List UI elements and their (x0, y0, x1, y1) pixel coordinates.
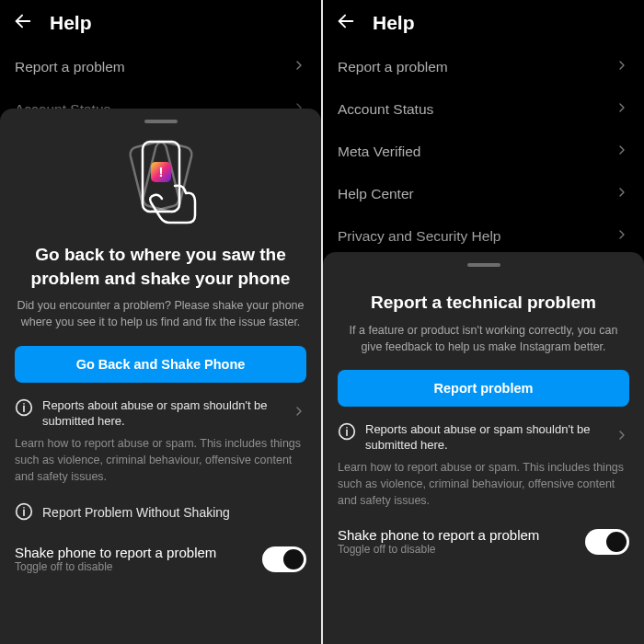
chevron-right-icon (615, 428, 629, 446)
help-item-report-problem[interactable]: Report a problem (15, 46, 306, 88)
help-item-report-problem[interactable]: Report a problem (338, 46, 629, 88)
sheet-title: Report a technical problem (338, 291, 629, 315)
abuse-info-heading: Reports about abuse or spam shouldn't be… (365, 421, 605, 454)
help-item-label: Report a problem (338, 59, 448, 75)
chevron-right-icon (615, 185, 629, 203)
chevron-right-icon (615, 58, 629, 76)
abuse-info-row[interactable]: Reports about abuse or spam shouldn't be… (338, 407, 629, 457)
report-without-shaking-row[interactable]: Report Problem Without Shaking (15, 498, 306, 539)
help-item-meta-verified[interactable]: Meta Verified (338, 131, 629, 173)
info-icon (15, 502, 33, 524)
help-item-account-status[interactable]: Account Status (338, 88, 629, 131)
help-item-label: Help Center (338, 186, 414, 202)
header: Help (323, 0, 644, 46)
sheet-title: Go back to where you saw the problem and… (15, 243, 306, 290)
svg-point-8 (23, 403, 25, 405)
abuse-info-heading: Reports about abuse or spam shouldn't be… (42, 397, 282, 430)
shake-toggle-subtitle: Toggle off to disable (15, 560, 216, 573)
shake-toggle-row: Shake phone to report a problem Toggle o… (338, 522, 629, 570)
chevron-right-icon (615, 143, 629, 161)
help-item-label: Account Status (338, 101, 433, 118)
svg-point-15 (346, 427, 348, 429)
back-arrow-icon[interactable] (336, 11, 356, 35)
right-screen: Help Report a problem Account Status Met… (323, 0, 644, 644)
shake-toggle[interactable] (585, 529, 629, 555)
shake-toggle-row: Shake phone to report a problem Toggle o… (15, 539, 306, 588)
chevron-right-icon (615, 227, 629, 246)
bottom-sheet: ! Go back to where you saw the problem a… (0, 109, 321, 644)
bottom-sheet: Report a technical problem If a feature … (323, 252, 644, 644)
shake-toggle[interactable] (262, 546, 306, 572)
sheet-subtitle: If a feature or product isn't working co… (338, 315, 629, 370)
sheet-grabber[interactable] (144, 120, 178, 123)
abuse-info-body: Learn how to report abuse or spam. This … (338, 457, 629, 522)
help-item-help-center[interactable]: Help Center (338, 173, 629, 215)
chevron-right-icon (615, 100, 629, 119)
svg-text:!: ! (158, 164, 163, 179)
abuse-info-body: Learn how to report abuse or spam. This … (15, 433, 306, 498)
info-icon (15, 398, 33, 420)
help-item-label: Report a problem (15, 59, 125, 75)
help-item-label: Privacy and Security Help (338, 228, 500, 245)
shake-toggle-title: Shake phone to report a problem (15, 545, 216, 560)
chevron-right-icon (292, 404, 306, 422)
shake-phone-illustration: ! (15, 134, 306, 226)
left-screen: Help Report a problem Account Status (0, 0, 321, 644)
header: Help (0, 0, 321, 46)
svg-point-11 (23, 507, 25, 509)
sheet-grabber[interactable] (467, 263, 500, 267)
shake-toggle-subtitle: Toggle off to disable (338, 543, 539, 556)
go-back-shake-button[interactable]: Go Back and Shake Phone (15, 346, 306, 383)
chevron-right-icon (292, 58, 306, 76)
report-problem-button[interactable]: Report problem (338, 370, 629, 407)
report-without-shaking-label: Report Problem Without Shaking (42, 504, 230, 522)
shake-toggle-title: Shake phone to report a problem (338, 527, 539, 543)
back-arrow-icon[interactable] (13, 11, 33, 35)
sheet-subtitle: Did you encounter a problem? Please shak… (15, 290, 306, 345)
help-item-label: Meta Verified (338, 144, 420, 160)
page-title: Help (50, 12, 92, 34)
page-title: Help (373, 12, 415, 34)
info-icon (338, 422, 356, 444)
abuse-info-row[interactable]: Reports about abuse or spam shouldn't be… (15, 383, 306, 433)
